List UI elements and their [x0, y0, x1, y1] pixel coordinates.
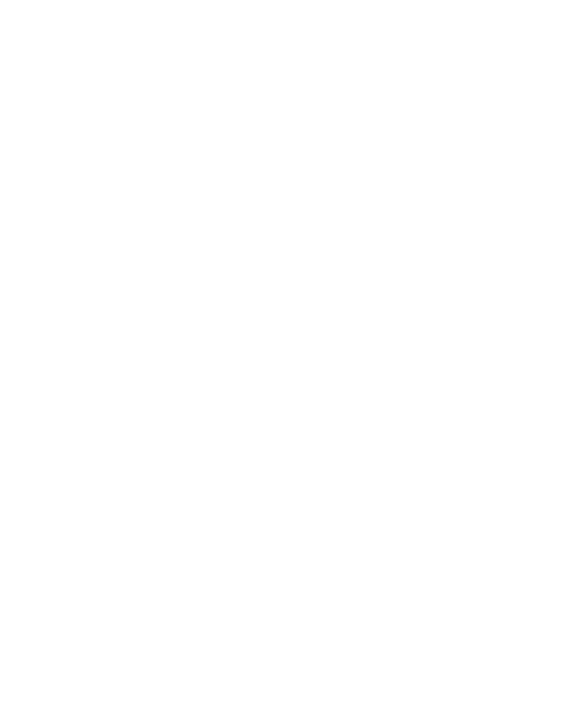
- flowchart: [0, 0, 578, 728]
